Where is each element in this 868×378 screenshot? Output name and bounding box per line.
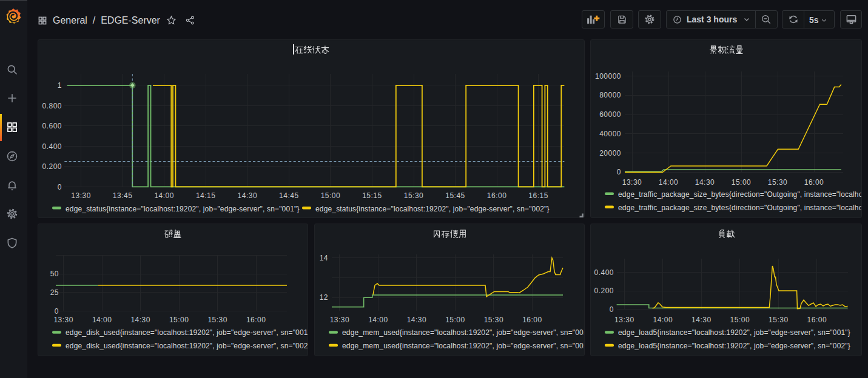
svg-text:edge_load5{instance="localhost: edge_load5{instance="localhost:19202", j…: [618, 328, 850, 337]
svg-text:50: 50: [50, 270, 59, 278]
svg-text:edge_mem_used{instance="localh: edge_mem_used{instance="localhost:19202"…: [342, 328, 584, 337]
svg-text:16:00: 16:00: [522, 316, 542, 324]
svg-text:edge_status{instance="localhos: edge_status{instance="localhost:19202", …: [315, 205, 550, 213]
svg-text:14:00: 14:00: [368, 316, 388, 324]
svg-text:13:30: 13:30: [53, 316, 73, 324]
svg-text:16:00: 16:00: [487, 191, 507, 200]
svg-text:0.800: 0.800: [42, 102, 62, 110]
svg-text:14:00: 14:00: [92, 316, 112, 324]
svg-text:15:00: 15:00: [169, 316, 189, 324]
svg-text:15:30: 15:30: [769, 316, 789, 324]
svg-text:16:15: 16:15: [528, 191, 548, 200]
svg-text:14: 14: [320, 254, 328, 262]
svg-text:14:30: 14:30: [407, 316, 427, 324]
svg-text:0.200: 0.200: [42, 162, 62, 171]
svg-text:15:30: 15:30: [207, 316, 227, 324]
svg-text:1: 1: [58, 81, 62, 90]
svg-text:16:00: 16:00: [807, 316, 827, 324]
svg-text:100000: 100000: [595, 72, 621, 81]
svg-text:15:00: 15:00: [730, 316, 750, 324]
svg-text:0: 0: [617, 168, 621, 176]
svg-text:edge_traffic_package_size_byte: edge_traffic_package_size_bytes{directio…: [618, 204, 861, 212]
svg-text:15:00: 15:00: [445, 316, 465, 324]
svg-text:20000: 20000: [599, 149, 621, 158]
svg-text:16:00: 16:00: [804, 178, 824, 187]
svg-text:14:30: 14:30: [238, 191, 258, 200]
svg-text:15:15: 15:15: [362, 191, 382, 200]
svg-text:edge_traffic_package_size_byte: edge_traffic_package_size_bytes{directio…: [618, 190, 861, 199]
svg-text:14:00: 14:00: [154, 191, 174, 200]
svg-text:40000: 40000: [599, 130, 621, 138]
svg-text:60000: 60000: [599, 110, 621, 119]
svg-text:13:30: 13:30: [330, 316, 350, 324]
svg-text:edge_mem_used{instance="localh: edge_mem_used{instance="localhost:19202"…: [342, 342, 584, 350]
svg-text:edge_status{instance="localhos: edge_status{instance="localhost:19202", …: [66, 205, 300, 213]
svg-text:15:00: 15:00: [321, 191, 341, 200]
svg-text:15:30: 15:30: [484, 316, 504, 324]
svg-text:14:30: 14:30: [130, 316, 150, 324]
svg-text:0.600: 0.600: [42, 122, 62, 130]
svg-text:25: 25: [50, 288, 59, 297]
svg-text:13:30: 13:30: [622, 178, 642, 187]
svg-text:edge_load5{instance="localhost: edge_load5{instance="localhost:19202", j…: [618, 342, 850, 350]
svg-text:14:45: 14:45: [279, 191, 299, 200]
svg-text:15:45: 15:45: [445, 191, 465, 200]
svg-text:0.400: 0.400: [42, 142, 62, 151]
svg-text:0: 0: [610, 305, 614, 314]
svg-text:14:30: 14:30: [691, 316, 712, 324]
svg-text:14:30: 14:30: [695, 178, 715, 187]
svg-text:0: 0: [55, 307, 59, 316]
svg-text:14:00: 14:00: [653, 316, 673, 324]
svg-text:0.200: 0.200: [594, 287, 614, 295]
svg-text:80000: 80000: [599, 91, 621, 99]
svg-text:14:15: 14:15: [196, 191, 216, 200]
svg-text:15:30: 15:30: [404, 191, 424, 200]
svg-text:13:30: 13:30: [71, 191, 91, 200]
svg-text:14:00: 14:00: [659, 178, 679, 187]
svg-text:edge_disk_used{instance="local: edge_disk_used{instance="localhost:19202…: [66, 328, 308, 337]
svg-text:15:30: 15:30: [768, 178, 788, 187]
svg-text:16:00: 16:00: [246, 316, 266, 324]
svg-text:0.400: 0.400: [594, 268, 614, 277]
svg-text:12: 12: [320, 293, 328, 302]
svg-text:edge_disk_used{instance="local: edge_disk_used{instance="localhost:19202…: [66, 342, 308, 350]
svg-text:15:00: 15:00: [732, 178, 752, 187]
svg-text:0: 0: [58, 183, 62, 191]
svg-text:13:30: 13:30: [614, 316, 634, 324]
svg-text:13:45: 13:45: [113, 191, 133, 200]
